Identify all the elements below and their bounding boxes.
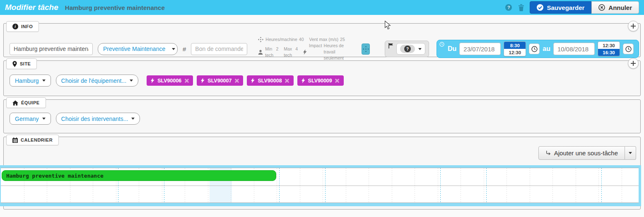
from-start-time[interactable]: 8:30 (504, 42, 526, 49)
calendar-section: CALENDRIER Ajouter une sous-tâche Hambur… (3, 137, 641, 210)
calendar-icon (12, 137, 18, 143)
wind-settings-button[interactable] (362, 43, 370, 55)
info-add-button[interactable] (628, 21, 639, 31)
team-section: ÉQUIPE Germany Choisir des intervenants.… (3, 99, 641, 133)
priority-dropdown[interactable]: ? (396, 43, 425, 55)
tab-calendrier: CALENDRIER (6, 135, 59, 145)
map-pin-icon (12, 61, 17, 67)
bolt-icon (301, 78, 305, 83)
priority-badge: ? (404, 46, 411, 52)
bolt-icon (151, 78, 154, 83)
cancel-button[interactable]: Annuler (591, 1, 639, 14)
date-range-panel: Du 8:30 12:30 au 12:30 16:30 (437, 40, 639, 58)
to-time-picker-button[interactable] (623, 43, 634, 54)
chevron-down-icon (130, 80, 133, 82)
equipment-tag: SLV90006 (147, 75, 193, 86)
order-number-input[interactable] (191, 43, 247, 55)
tab-info: i INFO (6, 21, 39, 32)
from-date-input[interactable] (459, 43, 501, 55)
page-title: Modifier tâche (5, 3, 58, 12)
task-name-heading: Hamburg preventive maintenance (65, 4, 165, 11)
tab-site: SITE (6, 58, 37, 69)
add-subtask-split-button: Ajouter une sous-tâche (538, 146, 636, 160)
task-name-input[interactable] (10, 43, 93, 55)
to-start-time[interactable]: 12:30 (598, 42, 620, 49)
equipment-tag: SLV90008 (247, 75, 293, 86)
add-subtask-caret-button[interactable] (625, 146, 636, 160)
save-button[interactable]: Sauvegarder (530, 1, 591, 14)
priority-group: ? (385, 41, 429, 57)
trash-icon[interactable] (517, 4, 525, 11)
from-time-picker-button[interactable] (529, 43, 540, 54)
chevron-down-icon (131, 118, 135, 120)
clock-icon (439, 42, 444, 47)
flag-icon (388, 43, 393, 48)
chevron-down-icon (42, 80, 46, 82)
x-circle-icon (598, 4, 605, 11)
to-date-input[interactable] (553, 43, 595, 55)
info-section: i INFO Preventive Maintenance # Heures/m… (3, 23, 641, 57)
chevron-down-icon (172, 48, 175, 50)
from-end-time[interactable]: 12:30 (504, 49, 526, 56)
info-icon: i (12, 24, 18, 29)
mouse-cursor (384, 21, 391, 30)
bolt-icon (251, 78, 255, 83)
to-time-stack: 12:30 16:30 (598, 41, 620, 56)
members-dropdown[interactable]: Choisir des intervenants... (56, 113, 140, 125)
equipment-tag: SLV90009 (297, 75, 344, 86)
check-circle-icon (537, 4, 543, 11)
to-end-time[interactable]: 16:30 (598, 49, 620, 56)
chevron-down-icon (629, 152, 632, 154)
header-bar: Modifier tâche Hamburg preventive mainte… (0, 0, 644, 15)
task-type-dropdown[interactable]: Preventive Maintenance (98, 43, 178, 55)
chevron-down-icon (418, 48, 422, 50)
gantt-bar[interactable]: Hamburg preventive maintenance (2, 170, 276, 181)
remove-tag-icon[interactable] (335, 78, 340, 83)
move-icon (258, 37, 263, 42)
home-icon (12, 100, 18, 106)
from-time-stack: 8:30 12:30 (504, 41, 526, 56)
to-label: au (543, 45, 550, 53)
move-icon (363, 46, 369, 52)
bolt-icon (303, 49, 307, 55)
subtask-arrow-icon (545, 150, 551, 156)
site-dropdown[interactable]: Hamburg (10, 75, 51, 87)
chevron-down-icon (42, 118, 46, 120)
site-add-button[interactable] (628, 58, 639, 69)
task-meta-block: Heures/machine40 Vent max (m/s)25 Min te… (258, 36, 357, 61)
clock-icon (625, 46, 632, 52)
equipment-tag: SLV90007 (197, 75, 243, 86)
gantt-chart: Hamburg preventive maintenance (0, 165, 641, 206)
site-section: SITE Hamburg Choisir de l'équipement... … (3, 60, 641, 96)
tab-equipe: ÉQUIPE (6, 97, 46, 108)
equipment-dropdown[interactable]: Choisir de l'équipement... (56, 75, 139, 87)
gantt-row-separator (1, 186, 639, 186)
order-hash-label: # (183, 46, 186, 53)
from-label: Du (448, 45, 456, 53)
clock-icon (531, 46, 538, 52)
equipment-tag-list: SLV90006 SLV90007 SLV90008 SLV90009 (147, 75, 344, 86)
remove-tag-icon[interactable] (184, 78, 189, 83)
team-dropdown[interactable]: Germany (10, 113, 51, 125)
bolt-icon (201, 78, 205, 83)
remove-tag-icon[interactable] (234, 78, 239, 83)
add-subtask-button[interactable]: Ajouter une sous-tâche (538, 146, 625, 160)
help-icon[interactable]: ? (505, 4, 512, 11)
remove-tag-icon[interactable] (285, 78, 289, 83)
person-icon (258, 50, 263, 55)
